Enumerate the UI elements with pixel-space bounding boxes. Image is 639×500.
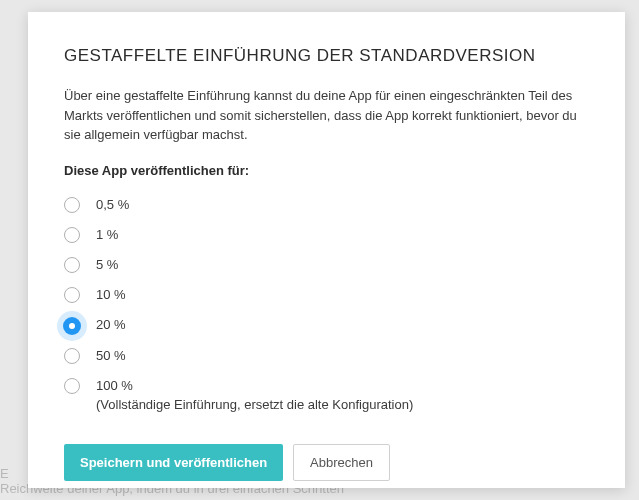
radio-icon	[64, 378, 80, 394]
radio-label: 20 %	[96, 316, 126, 334]
radio-option[interactable]: 5 %	[64, 250, 589, 280]
radio-icon	[64, 348, 80, 364]
radio-label: 10 %	[96, 286, 126, 304]
radio-icon	[64, 257, 80, 273]
radio-option[interactable]: 0,5 %	[64, 190, 589, 220]
save-publish-button[interactable]: Speichern und veröffentlichen	[64, 444, 283, 481]
cancel-button[interactable]: Abbrechen	[293, 444, 390, 481]
dialog-description: Über eine gestaffelte Einführung kannst …	[64, 86, 589, 145]
radio-option[interactable]: 50 %	[64, 341, 589, 371]
dialog-actions: Speichern und veröffentlichen Abbrechen	[64, 444, 589, 481]
radio-option[interactable]: 10 %	[64, 280, 589, 310]
rollout-percentage-radio-group: 0,5 %1 %5 %10 %20 %50 %100 %(Vollständig…	[64, 190, 589, 420]
radio-option[interactable]: 100 %(Vollständige Einführung, ersetzt d…	[64, 371, 589, 419]
radio-icon	[64, 287, 80, 303]
radio-icon	[64, 227, 80, 243]
dialog-title: GESTAFFELTE EINFÜHRUNG DER STANDARDVERSI…	[64, 46, 589, 66]
radio-label: 100 %(Vollständige Einführung, ersetzt d…	[96, 377, 413, 413]
radio-icon	[64, 197, 80, 213]
radio-label: 0,5 %	[96, 196, 129, 214]
radio-group-label: Diese App veröffentlichen für:	[64, 163, 589, 178]
radio-icon	[63, 317, 81, 335]
radio-option[interactable]: 20 %	[64, 310, 589, 341]
radio-sublabel: (Vollständige Einführung, ersetzt die al…	[96, 396, 413, 414]
radio-label: 50 %	[96, 347, 126, 365]
radio-label: 1 %	[96, 226, 118, 244]
radio-option[interactable]: 1 %	[64, 220, 589, 250]
radio-label: 5 %	[96, 256, 118, 274]
staged-rollout-dialog: GESTAFFELTE EINFÜHRUNG DER STANDARDVERSI…	[28, 12, 625, 488]
